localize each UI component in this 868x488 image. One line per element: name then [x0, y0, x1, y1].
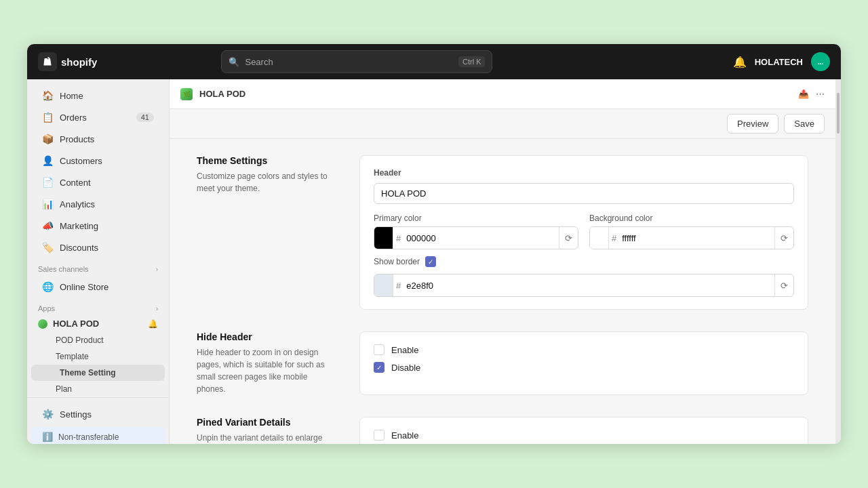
sidebar-label-customers: Customers [60, 156, 102, 166]
pined-variant-title: Pined Variant Details [197, 417, 332, 428]
settings-icon: ⚙️ [42, 409, 53, 420]
content-header: 🌿 HOLA POD 📤 ⋯ [170, 79, 835, 109]
theme-settings-description: Theme Settings Customize page colors and… [197, 155, 332, 310]
pined-variant-section: Pined Variant Details Unpin the variant … [197, 417, 808, 444]
topbar: shopify 🔍 Search Ctrl K 🔔 HOLATECH ... [27, 44, 841, 79]
share-icon[interactable]: 📤 [798, 89, 809, 99]
pined-variant-description: Pined Variant Details Unpin the variant … [197, 417, 332, 444]
hide-header-enable-label: Enable [391, 345, 418, 355]
more-options-icon[interactable]: ⋯ [816, 89, 825, 99]
header-input[interactable] [374, 183, 794, 204]
notification-bell-icon[interactable]: 🔔 [733, 56, 747, 68]
scrollbar[interactable] [835, 79, 841, 444]
hide-header-form: Enable ✓ Disable [359, 331, 808, 395]
theme-settings-section: Theme Settings Customize page colors and… [197, 155, 808, 310]
sidebar-label-discounts: Discounts [60, 243, 98, 253]
search-bar[interactable]: 🔍 Search Ctrl K [221, 50, 492, 73]
sales-channels-section: Sales channels › [27, 258, 169, 276]
sidebar-item-plan[interactable]: Plan [27, 381, 169, 397]
content-icon: 📄 [42, 177, 53, 188]
store-name: HOLATECH [755, 57, 803, 67]
search-shortcut: Ctrl K [458, 56, 486, 67]
hide-header-options: Enable ✓ Disable [374, 344, 794, 373]
border-color-input-wrap: # ⟳ [374, 274, 794, 297]
app-logo-small: 🌿 [180, 88, 193, 100]
sidebar-item-marketing[interactable]: 📣 Marketing [31, 216, 165, 236]
pined-variant-enable-label: Enable [391, 430, 418, 441]
info-icon: ℹ️ [42, 432, 53, 442]
theme-settings-desc: Customize page colors and styles to meet… [197, 170, 332, 195]
background-color-picker-btn[interactable]: ⟳ [774, 227, 793, 249]
show-border-checkbox[interactable]: ✓ [425, 256, 436, 267]
sidebar-item-content[interactable]: 📄 Content [31, 172, 165, 192]
scroll-thumb[interactable] [837, 93, 840, 134]
hola-pod-icon [38, 319, 47, 329]
topbar-right: 🔔 HOLATECH ... [733, 52, 830, 71]
sidebar-item-theme-setting[interactable]: Theme Setting [31, 365, 165, 381]
sidebar-item-analytics[interactable]: 📊 Analytics [31, 194, 165, 214]
sidebar-label-marketing: Marketing [60, 221, 98, 231]
search-icon: 🔍 [229, 57, 239, 67]
hide-header-enable-checkbox[interactable] [374, 344, 384, 355]
pined-variant-enable-option[interactable]: Enable [374, 430, 794, 441]
primary-color-swatch[interactable] [374, 227, 393, 249]
hide-header-disable-checkbox[interactable]: ✓ [374, 362, 384, 373]
content-area: 🌿 HOLA POD 📤 ⋯ Preview Save Theme Settin… [170, 79, 835, 444]
show-border-row: Show border ✓ [374, 256, 794, 267]
breadcrumb: HOLA POD [199, 89, 245, 99]
sidebar-item-orders[interactable]: 📋 Orders 41 [31, 107, 165, 127]
show-border-label: Show border [374, 257, 420, 266]
sidebar-item-online-store[interactable]: 🌐 Online Store [31, 277, 165, 297]
pined-variant-enable-checkbox[interactable] [374, 430, 384, 441]
sidebar-label-home: Home [60, 91, 83, 101]
background-color-label: Background color [589, 214, 794, 223]
border-color-swatch[interactable] [374, 274, 393, 296]
sidebar-item-settings[interactable]: ⚙️ Settings [31, 404, 165, 424]
preview-button[interactable]: Preview [727, 114, 778, 134]
shopify-text: shopify [61, 56, 97, 68]
apps-section: Apps › [27, 298, 169, 315]
primary-color-input-wrap: # ⟳ [374, 226, 578, 249]
online-store-icon: 🌐 [42, 281, 53, 292]
sidebar-label-analytics: Analytics [60, 199, 95, 209]
orders-icon: 📋 [42, 112, 53, 123]
sidebar-item-products[interactable]: 📦 Products [31, 129, 165, 149]
shopify-logo[interactable]: shopify [38, 52, 97, 71]
border-color-text-input[interactable] [403, 278, 774, 293]
sidebar-item-discounts[interactable]: 🏷️ Discounts [31, 237, 165, 258]
sidebar-item-customers[interactable]: 👤 Customers [31, 150, 165, 171]
hola-pod-label: HOLA POD [53, 319, 99, 329]
search-placeholder-text: Search [245, 57, 273, 67]
sidebar-bottom: ⚙️ Settings ℹ️ Non-transferable [27, 397, 169, 444]
primary-color-text-input[interactable] [403, 230, 559, 246]
background-color-text-input[interactable] [619, 230, 774, 246]
hide-header-description: Hide Header Hide header to zoom in on de… [197, 331, 332, 395]
primary-color-picker-btn[interactable]: ⟳ [559, 227, 578, 249]
home-icon: 🏠 [42, 90, 53, 101]
sidebar-item-home[interactable]: 🏠 Home [31, 85, 165, 106]
background-color-field: Background color # ⟳ [589, 214, 794, 249]
chevron-right-icon-2: › [156, 305, 158, 312]
border-color-picker-btn[interactable]: ⟳ [774, 274, 793, 296]
hide-header-enable-option[interactable]: Enable [374, 344, 794, 355]
hide-header-disable-option[interactable]: ✓ Disable [374, 362, 794, 373]
sidebar-item-hola-pod[interactable]: HOLA POD 🔔 [27, 315, 169, 332]
sidebar-label-orders: Orders [60, 113, 87, 123]
hide-header-disable-label: Disable [391, 363, 420, 373]
background-color-swatch[interactable] [590, 227, 609, 249]
avatar[interactable]: ... [811, 52, 830, 71]
pined-variant-desc: Unpin the variant details to enlarge the… [197, 432, 332, 444]
discounts-icon: 🏷️ [42, 242, 53, 253]
background-color-input-wrap: # ⟳ [589, 226, 794, 249]
sidebar-item-template[interactable]: Template [27, 348, 169, 365]
marketing-icon: 📣 [42, 220, 53, 231]
sidebar-item-pod-product[interactable]: POD Product [27, 332, 169, 348]
theme-settings-form: Header Primary color # ⟳ [359, 155, 808, 310]
customers-icon: 👤 [42, 155, 53, 166]
sidebar-label-products: Products [60, 134, 94, 144]
hide-header-title: Hide Header [197, 331, 332, 342]
header-field-label: Header [374, 168, 794, 178]
save-button[interactable]: Save [784, 114, 825, 134]
bell-icon-small[interactable]: 🔔 [148, 319, 158, 329]
non-transferable-badge: ℹ️ Non-transferable [31, 427, 165, 444]
